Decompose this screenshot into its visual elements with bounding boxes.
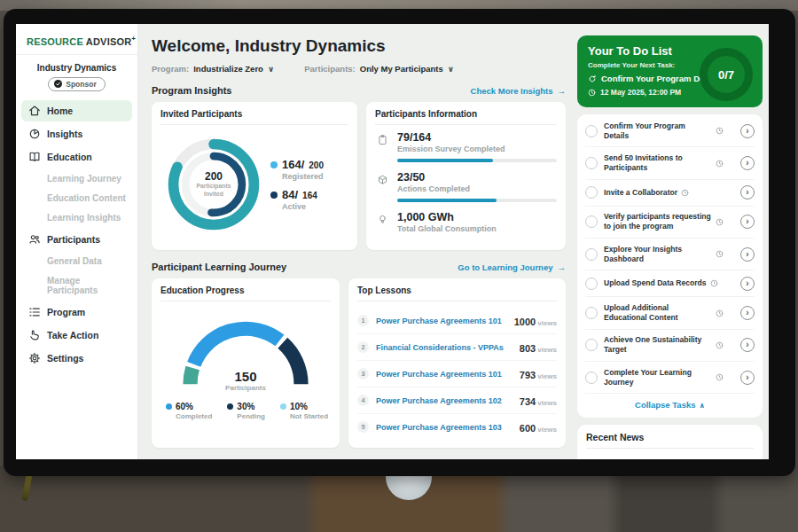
task-open-button[interactable]: › <box>740 371 755 385</box>
stat-label: Total Global Consumption <box>397 224 497 233</box>
lesson-row: 3 Power Purchase Agreements 101 793views <box>357 361 557 387</box>
go-to-learning-journey-link[interactable]: Go to Learning Journey → <box>458 262 566 272</box>
chevron-down-icon: ∨ <box>448 65 454 74</box>
education-gauge-chart: 150 Participants <box>168 308 324 394</box>
stat-label: Actions Completed <box>397 184 557 193</box>
views-count: 734 <box>520 396 536 407</box>
gauge-center-label: Participants <box>168 384 324 392</box>
donut-legend: 164/200 Registered 84/164 Active <box>270 151 324 218</box>
lesson-link[interactable]: Power Purchase Agreements 101 <box>376 317 507 325</box>
sidebar-item-insights[interactable]: Insights <box>21 123 132 145</box>
education-progress-card: Education Progress 150 Participants 60% <box>152 278 340 448</box>
task-row[interactable]: Complete Your Learning Journey › <box>585 362 755 394</box>
progress-track <box>397 159 557 162</box>
legend-item-registered: 164/200 Registered <box>270 158 324 181</box>
task-row[interactable]: Achieve One Sustainability Target › <box>585 330 755 362</box>
check-more-insights-link[interactable]: Check More Insights → <box>471 86 566 96</box>
task-open-button[interactable]: › <box>740 306 755 320</box>
task-checkbox[interactable] <box>585 339 598 351</box>
legend-item-active: 84/164 Active <box>270 188 324 211</box>
task-row[interactable]: Upload Spend Data Records › <box>585 270 755 297</box>
stat-value: 79/164 <box>397 131 557 144</box>
recent-news-title: Recent News <box>586 432 754 449</box>
views-label: views <box>537 399 557 407</box>
task-clock-icon <box>716 250 724 258</box>
task-open-button[interactable]: › <box>740 185 755 200</box>
legend-label: Active <box>282 202 324 211</box>
clock-icon <box>588 89 596 97</box>
app-logo: RESOURCE ADVISOR+ <box>16 33 137 55</box>
task-row[interactable]: Send 50 Invitations to Participants › <box>585 147 755 179</box>
progress-track <box>397 199 557 202</box>
task-checkbox[interactable] <box>585 125 598 137</box>
refresh-icon <box>588 74 597 83</box>
task-checkbox[interactable] <box>585 186 598 199</box>
task-row[interactable]: Verify participants requesting to join t… <box>585 207 755 239</box>
lightbulb-icon <box>377 211 390 233</box>
lesson-link[interactable]: Financial Considerations - VPPAs <box>376 343 512 352</box>
insights-icon <box>28 128 41 140</box>
task-open-button[interactable]: › <box>740 156 755 170</box>
gauge-center-value: 150 <box>168 369 324 384</box>
sidebar-item-learning-journey[interactable]: Learning Journey <box>21 169 132 188</box>
task-checkbox[interactable] <box>585 215 598 228</box>
main-content: Welcome, Industry Dynamics Program: Indu… <box>138 24 577 459</box>
stat-value: 23/50 <box>397 171 557 184</box>
participants-select[interactable]: Participants: Only My Participants ∨ <box>304 64 454 74</box>
task-open-button[interactable]: › <box>740 338 755 352</box>
logo-text-advisor: ADVISOR <box>86 36 132 47</box>
arrow-right-icon: → <box>558 86 567 96</box>
collapse-tasks-link[interactable]: Collapse Tasks∧ <box>585 394 755 417</box>
task-open-button[interactable]: › <box>740 215 755 229</box>
rank-badge: 1 <box>357 315 369 326</box>
sidebar-item-program[interactable]: Program <box>21 301 132 323</box>
sponsor-icon <box>54 80 62 88</box>
legend-dot <box>280 403 286 410</box>
sidebar-item-general-data[interactable]: General Data <box>21 252 132 270</box>
views-count: 600 <box>520 423 536 434</box>
task-clock-icon <box>716 218 724 226</box>
legend-label: Pending <box>237 412 265 420</box>
views-count: 803 <box>520 343 536 354</box>
sidebar: RESOURCE ADVISOR+ Industry Dynamics Spon… <box>16 24 138 459</box>
task-checkbox[interactable] <box>585 307 598 319</box>
task-checkbox[interactable] <box>585 278 598 290</box>
lesson-link[interactable]: Power Purchase Agreements 102 <box>376 396 512 405</box>
task-label: Upload Additional Educational Content <box>604 303 712 323</box>
sidebar-nav: Home Insights Education Learning Journey… <box>16 100 137 369</box>
task-row[interactable]: Confirm Your Program Details › <box>585 115 755 147</box>
stat-value: 1,000 GWh <box>397 211 497 223</box>
stat-actions-completed: 23/50 Actions Completed <box>377 171 557 202</box>
task-checkbox[interactable] <box>585 248 598 261</box>
task-clock-icon <box>710 279 718 287</box>
gauge-legend: 60% Completed 30% Pending 10% Not Starte… <box>160 395 331 422</box>
task-open-button[interactable]: › <box>740 124 755 138</box>
program-select[interactable]: Program: Industrialize Zero ∨ <box>152 64 274 74</box>
learning-journey-header: Participant Learning Journey Go to Learn… <box>152 262 566 272</box>
legend-pct: 30% <box>237 402 254 411</box>
program-insights-header: Program Insights Check More Insights → <box>152 85 566 96</box>
card-title: Education Progress <box>160 286 331 301</box>
sidebar-item-home[interactable]: Home <box>21 100 132 121</box>
lesson-link[interactable]: Power Purchase Agreements 103 <box>376 423 512 432</box>
task-clock-icon <box>681 189 689 197</box>
task-open-button[interactable]: › <box>740 277 755 291</box>
task-open-button[interactable]: › <box>740 247 755 262</box>
task-checkbox[interactable] <box>585 157 598 169</box>
legend-dot <box>270 161 278 168</box>
task-row[interactable]: Invite a Collaborator › <box>585 180 755 207</box>
task-row[interactable]: Upload Additional Educational Content › <box>585 297 755 329</box>
legend-dot <box>227 403 233 410</box>
task-checkbox[interactable] <box>585 372 598 384</box>
task-row[interactable]: Explore Your Insights Dashboard › <box>585 239 755 270</box>
task-label: Invite a Collaborator <box>604 188 677 198</box>
sidebar-item-learning-insights[interactable]: Learning Insights <box>21 208 132 227</box>
sidebar-item-participants[interactable]: Participants <box>21 229 132 250</box>
sidebar-item-manage-participants[interactable]: Manage Participants <box>21 271 132 300</box>
sidebar-item-education-content[interactable]: Education Content <box>21 189 132 207</box>
participants-information-card: Participants Information 79/164 Emission… <box>366 102 566 250</box>
sidebar-item-settings[interactable]: Settings <box>21 348 132 369</box>
lesson-link[interactable]: Power Purchase Agreements 101 <box>376 370 512 379</box>
sidebar-item-education[interactable]: Education <box>21 146 132 168</box>
sidebar-item-take-action[interactable]: Take Action <box>21 325 132 346</box>
